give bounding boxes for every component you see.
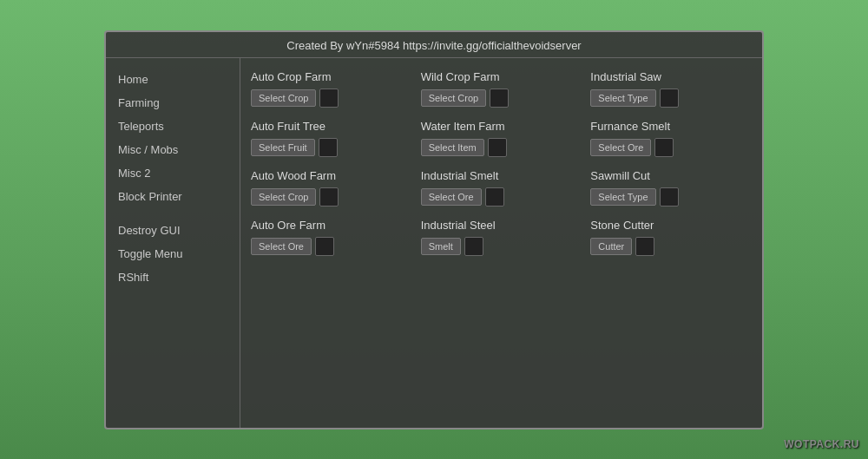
card-color-2[interactable] <box>660 89 679 108</box>
card-title-1: Wild Crop Farm <box>421 70 582 83</box>
card-8: Sawmill CutSelect Type <box>590 169 752 207</box>
card-2: Industrial SawSelect Type <box>590 70 752 108</box>
card-color-5[interactable] <box>654 138 674 157</box>
card-btn-2[interactable]: Select Type <box>590 89 655 107</box>
card-btn-7[interactable]: Select Ore <box>421 188 482 206</box>
card-btn-9[interactable]: Select Ore <box>251 238 312 255</box>
card-color-9[interactable] <box>315 237 334 256</box>
card-color-0[interactable] <box>319 89 339 108</box>
sidebar-item-6 <box>106 209 240 218</box>
card-title-5: Furnance Smelt <box>590 120 752 133</box>
card-color-11[interactable] <box>635 237 654 256</box>
main-panel: Created By wYn#5984 https://invite.gg/of… <box>104 30 764 429</box>
card-1: Wild Crop FarmSelect Crop <box>421 70 582 108</box>
card-color-10[interactable] <box>464 237 483 256</box>
card-btn-5[interactable]: Select Ore <box>590 139 651 156</box>
card-controls-0: Select Crop <box>251 89 412 108</box>
card-controls-11: Cutter <box>590 237 752 256</box>
card-10: Industrial SteelSmelt <box>421 219 582 256</box>
card-title-6: Auto Wood Farm <box>251 169 412 182</box>
card-6: Auto Wood FarmSelect Crop <box>251 169 412 207</box>
header: Created By wYn#5984 https://invite.gg/of… <box>106 32 762 58</box>
sidebar-item-4[interactable]: Misc 2 <box>106 162 240 184</box>
sidebar: HomeFarmingTeleportsMisc / MobsMisc 2Blo… <box>106 58 240 428</box>
card-title-11: Stone Cutter <box>590 219 752 232</box>
card-title-3: Auto Fruit Tree <box>251 120 412 133</box>
card-btn-11[interactable]: Cutter <box>590 238 632 255</box>
card-color-4[interactable] <box>488 138 507 157</box>
card-color-7[interactable] <box>485 187 504 207</box>
sidebar-item-0[interactable]: Home <box>106 69 240 90</box>
sidebar-item-9[interactable]: RShift <box>106 266 240 288</box>
sidebar-item-8[interactable]: Toggle Menu <box>106 243 240 265</box>
card-title-4: Water Item Farm <box>421 120 582 133</box>
card-btn-4[interactable]: Select Item <box>421 139 484 156</box>
card-controls-4: Select Item <box>421 138 582 157</box>
card-3: Auto Fruit TreeSelect Fruit <box>251 120 412 157</box>
card-title-10: Industrial Steel <box>421 219 582 232</box>
card-color-1[interactable] <box>490 89 509 108</box>
card-7: Industrial SmeltSelect Ore <box>421 169 582 207</box>
card-controls-8: Select Type <box>590 187 752 207</box>
sidebar-item-7[interactable]: Destroy GUI <box>106 220 240 241</box>
card-controls-7: Select Ore <box>421 187 582 207</box>
card-controls-1: Select Crop <box>421 89 582 108</box>
card-title-2: Industrial Saw <box>590 70 752 83</box>
card-btn-1[interactable]: Select Crop <box>421 89 486 107</box>
watermark: WOTPACK.RU <box>784 438 859 450</box>
card-0: Auto Crop FarmSelect Crop <box>251 70 412 108</box>
card-11: Stone CutterCutter <box>590 219 752 256</box>
card-controls-9: Select Ore <box>251 237 412 256</box>
sidebar-item-3[interactable]: Misc / Mobs <box>106 139 240 161</box>
card-title-8: Sawmill Cut <box>590 169 752 182</box>
card-btn-6[interactable]: Select Crop <box>251 188 316 206</box>
card-4: Water Item FarmSelect Item <box>421 120 582 157</box>
card-color-8[interactable] <box>660 187 679 207</box>
sidebar-item-1[interactable]: Farming <box>106 92 240 114</box>
sidebar-item-2[interactable]: Teleports <box>106 115 240 137</box>
main-content: Auto Crop FarmSelect CropWild Crop FarmS… <box>240 58 762 428</box>
card-controls-3: Select Fruit <box>251 138 412 157</box>
content-area: HomeFarmingTeleportsMisc / MobsMisc 2Blo… <box>106 58 762 428</box>
card-btn-0[interactable]: Select Crop <box>251 89 316 107</box>
card-controls-6: Select Crop <box>251 187 412 207</box>
card-color-6[interactable] <box>319 187 339 207</box>
card-btn-10[interactable]: Smelt <box>421 238 461 255</box>
sidebar-item-5[interactable]: Block Printer <box>106 186 240 207</box>
card-title-7: Industrial Smelt <box>421 169 582 182</box>
card-9: Auto Ore FarmSelect Ore <box>251 219 412 256</box>
card-controls-5: Select Ore <box>590 138 752 157</box>
card-title-0: Auto Crop Farm <box>251 70 412 83</box>
card-title-9: Auto Ore Farm <box>251 219 412 232</box>
card-btn-3[interactable]: Select Fruit <box>251 139 315 156</box>
card-controls-2: Select Type <box>590 89 752 108</box>
card-btn-8[interactable]: Select Type <box>590 188 655 206</box>
header-text: Created By wYn#5984 https://invite.gg/of… <box>286 39 581 52</box>
watermark-suffix: .RU <box>840 438 859 450</box>
card-controls-10: Smelt <box>421 237 582 256</box>
card-5: Furnance SmeltSelect Ore <box>590 120 752 157</box>
watermark-prefix: WOTPACK <box>784 438 840 450</box>
card-color-3[interactable] <box>319 138 338 157</box>
